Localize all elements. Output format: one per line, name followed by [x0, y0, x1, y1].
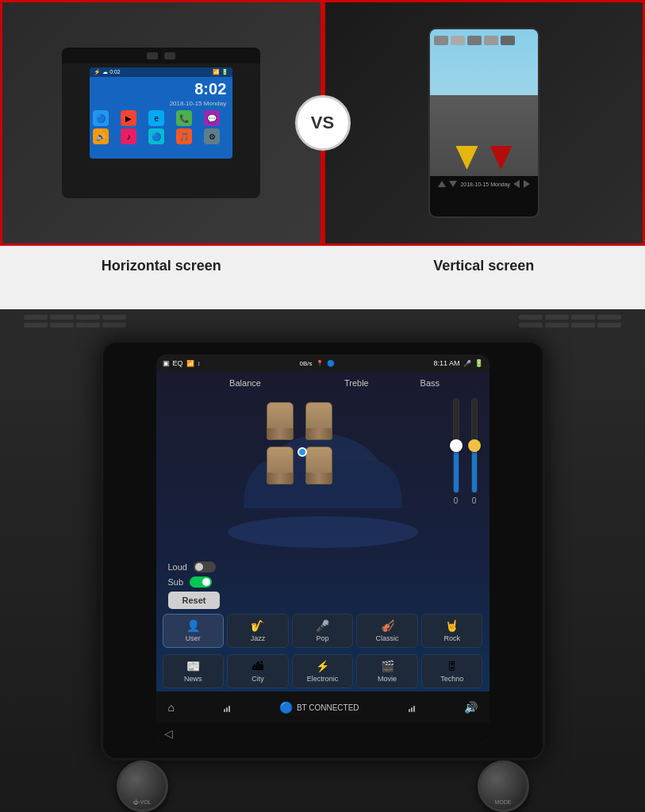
- preset-electronic[interactable]: ⚡ Electronic: [292, 654, 354, 688]
- bar-4: [409, 709, 410, 712]
- app-9[interactable]: 🎵: [176, 128, 192, 144]
- app-6[interactable]: 🔊: [93, 128, 109, 144]
- app-3[interactable]: e: [148, 110, 164, 126]
- car-3: [467, 36, 482, 45]
- bt-icon-status: ⚡ ☁ 0:02: [94, 69, 121, 75]
- signal-bars-right: [409, 703, 415, 712]
- treble-label: Treble: [344, 378, 369, 388]
- preset-city[interactable]: 🏙 City: [227, 654, 289, 688]
- preset-movie[interactable]: 🎬 Movie: [356, 654, 418, 688]
- top-btn-1: [147, 52, 158, 59]
- rock-icon: 🤘: [445, 619, 459, 632]
- balance-dot: [298, 447, 307, 457]
- signal-bars-left: [224, 703, 230, 712]
- preset-techno[interactable]: 🎛 Techno: [421, 654, 483, 688]
- vertical-screen-panel: 2018-10-15 Monday: [323, 0, 646, 246]
- bass-label: Bass: [420, 378, 440, 388]
- loud-knob: [195, 563, 203, 571]
- eq-label: EQ: [173, 359, 183, 367]
- balance-label: Balance: [172, 378, 319, 388]
- horizontal-screen-panel: ⚡ ☁ 0:02 📶 🔋 8:02 2018-10-15 Monday 🔵 ▶ …: [0, 0, 323, 246]
- jazz-icon: 🎷: [251, 619, 264, 632]
- app-8[interactable]: 🔵: [148, 128, 164, 144]
- pop-label: Pop: [316, 634, 328, 642]
- arrows-icon: ↕: [198, 360, 201, 367]
- guide-right: [490, 146, 512, 170]
- seat-front-right: [305, 402, 332, 440]
- app-2[interactable]: ▶: [121, 110, 136, 126]
- top-btn-2: [164, 52, 175, 59]
- techno-label: Techno: [440, 675, 463, 683]
- vent-slot: [519, 315, 543, 320]
- vent-slot: [545, 315, 569, 320]
- sub-knob: [202, 578, 210, 586]
- left-knob-group: ⏻·VOL: [117, 760, 168, 812]
- horizontal-inner-screen: ⚡ ☁ 0:02 📶 🔋 8:02 2018-10-15 Monday 🔵 ▶ …: [90, 67, 232, 159]
- data-rate: 0B/s: [299, 360, 312, 367]
- eq-screen: Balance Treble Bass: [156, 372, 490, 743]
- app-7[interactable]: ♪: [121, 128, 136, 144]
- right-knob-group: MODE: [478, 760, 529, 812]
- bluetooth-icon: 🔵: [279, 701, 293, 714]
- bar-5: [411, 707, 413, 712]
- battery-icon: 🔋: [474, 359, 483, 367]
- comparison-row: ⚡ ☁ 0:02 📶 🔋 8:02 2018-10-15 Monday 🔵 ▶ …: [0, 0, 645, 246]
- car-4: [484, 36, 498, 45]
- mode-knob[interactable]: MODE: [478, 760, 529, 812]
- treble-thumb[interactable]: [450, 439, 463, 452]
- eq-header: Balance Treble Bass: [156, 372, 490, 394]
- app-5[interactable]: 💬: [204, 110, 220, 126]
- movie-icon: 🎬: [381, 660, 394, 672]
- home-icon[interactable]: ⌂: [168, 701, 175, 714]
- back-arrow-icon[interactable]: ◁: [164, 727, 173, 740]
- preset-pop[interactable]: 🎤 Pop: [292, 614, 354, 648]
- preset-classic[interactable]: 🎻 Classic: [356, 614, 418, 648]
- loud-sub-area: Loud Sub: [156, 559, 490, 590]
- treble-slider[interactable]: [453, 398, 459, 493]
- sub-toggle[interactable]: [190, 576, 212, 588]
- bar-3: [228, 706, 230, 712]
- preset-user[interactable]: 👤 User: [163, 614, 225, 648]
- nav-right: [524, 180, 530, 188]
- nav-left: [513, 180, 520, 188]
- signal-icon: 📶: [186, 360, 194, 367]
- bass-thumb[interactable]: [468, 439, 481, 452]
- reset-label: Reset: [182, 596, 206, 605]
- rock-label: Rock: [443, 634, 460, 642]
- bass-slider[interactable]: [471, 398, 478, 493]
- app-1[interactable]: 🔵: [93, 110, 109, 126]
- mode-label: MODE: [495, 799, 512, 805]
- loud-toggle[interactable]: [194, 561, 216, 573]
- time-display: 8:11 AM: [433, 359, 459, 367]
- main-unit-body: ▣ EQ 📶 ↕ 0B/s 📍 🔵 8:11 AM 🎤 🔋: [101, 340, 545, 760]
- signal-status: 📶 🔋: [213, 69, 228, 75]
- vol-knob[interactable]: ⏻·VOL: [117, 760, 168, 812]
- preset-news[interactable]: 📰 News: [163, 654, 225, 688]
- display-date: 2018-10-15 Monday: [90, 100, 232, 107]
- parked-cars-row: [430, 29, 538, 52]
- movie-label: Movie: [378, 675, 397, 683]
- vent-row-4: [519, 323, 621, 327]
- screen-labels: Horizontal screen Vertical screen: [0, 246, 645, 285]
- vent-row-2: [24, 323, 126, 327]
- vert-nav-row: 2018-10-15 Monday: [430, 176, 538, 192]
- left-vent: [24, 315, 126, 327]
- vent-slot: [50, 323, 74, 327]
- bottom-nav-bar: ⌂ 🔵 BT CONNECTED: [156, 691, 490, 723]
- vent-row-3: [519, 315, 621, 320]
- app-10[interactable]: ⚙: [204, 128, 220, 144]
- horizontal-unit: ⚡ ☁ 0:02 📶 🔋 8:02 2018-10-15 Monday 🔵 ▶ …: [62, 48, 260, 198]
- preset-rock[interactable]: 🤘 Rock: [421, 614, 483, 648]
- treble-slider-col: 0: [453, 398, 459, 505]
- preset-jazz[interactable]: 🎷 Jazz: [227, 614, 289, 648]
- reset-button[interactable]: Reset: [168, 592, 221, 609]
- app-4[interactable]: 📞: [176, 110, 192, 126]
- volume-icon[interactable]: 🔊: [464, 701, 478, 714]
- guide-arrows: [455, 146, 512, 170]
- main-screen: ▣ EQ 📶 ↕ 0B/s 📍 🔵 8:11 AM 🎤 🔋: [156, 354, 490, 743]
- seat-rear-right: [305, 446, 332, 485]
- horizontal-label: Horizontal screen: [0, 246, 323, 285]
- news-icon: 📰: [186, 660, 200, 672]
- unit-body-wrapper: 🤖 MENU VOICE PHONE USB BACK VIDEO: [101, 332, 545, 760]
- loud-label: Loud: [168, 562, 187, 572]
